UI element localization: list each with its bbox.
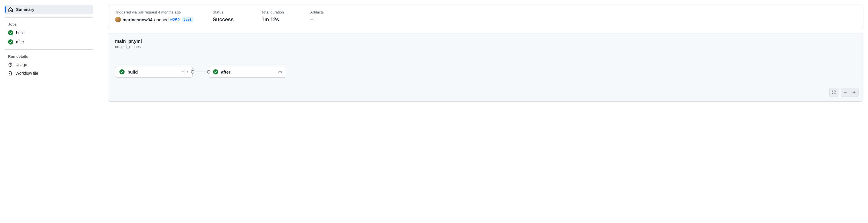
artifacts-label: Artifacts [310, 10, 348, 15]
job-duration: 2s [278, 70, 282, 74]
plus-icon [852, 90, 856, 94]
zoom-out-button[interactable] [841, 88, 849, 96]
branch-badge[interactable]: test [182, 17, 193, 22]
avatar[interactable] [115, 17, 121, 22]
divider [5, 17, 93, 18]
file-code-icon [8, 71, 12, 76]
sidebar-job-label: build [16, 30, 25, 35]
check-circle-icon [119, 69, 125, 75]
job-card-after[interactable]: after 2s [209, 66, 286, 78]
fullscreen-icon [832, 90, 836, 94]
connector [193, 72, 209, 72]
fit-to-screen-button[interactable] [830, 88, 838, 96]
sidebar-summary-item[interactable]: Summary [5, 5, 93, 15]
sidebar-workflow-file-item[interactable]: Workflow file [5, 69, 93, 78]
sidebar-job-build[interactable]: build [5, 28, 93, 37]
minus-icon [843, 90, 847, 94]
status-label: Status [213, 10, 250, 15]
job-card-build[interactable]: build 53s [115, 66, 193, 78]
sidebar-job-label: after [16, 40, 24, 44]
sidebar-workflow-file-label: Workflow file [16, 71, 38, 76]
stopwatch-icon [8, 62, 12, 67]
artifacts-value: – [310, 17, 348, 23]
sidebar-usage-item[interactable]: Usage [5, 60, 93, 69]
zoom-in-button[interactable] [849, 88, 858, 96]
job-name: build [127, 69, 179, 75]
zoom-controls [829, 88, 859, 97]
job-duration: 53s [182, 70, 188, 74]
main-content: Triggered via pull request 4 months ago … [98, 5, 868, 102]
check-circle-icon [8, 30, 13, 35]
duration-column: Total duration 1m 12s [261, 10, 299, 23]
sidebar-usage-label: Usage [16, 62, 27, 67]
job-name: after [221, 69, 275, 75]
sidebar-summary-label: Summary [16, 7, 34, 12]
status-column: Status Success [213, 10, 250, 23]
artifacts-column: Artifacts – [310, 10, 348, 23]
sidebar-job-after[interactable]: after [5, 37, 93, 47]
sidebar-jobs-heading: Jobs [5, 20, 93, 28]
check-circle-icon [8, 39, 13, 45]
home-icon [8, 7, 13, 12]
trigger-label: Triggered via pull request 4 months ago [115, 10, 201, 15]
sidebar-run-details-heading: Run details [5, 53, 93, 60]
trigger-column: Triggered via pull request 4 months ago … [115, 10, 201, 23]
duration-label: Total duration [261, 10, 299, 15]
actor-link[interactable]: marinesnow34 [123, 17, 152, 22]
workflow-graph-panel: main_pr.yml on: pull_request build 53s [108, 33, 863, 102]
status-value: Success [213, 17, 250, 23]
duration-value[interactable]: 1m 12s [261, 17, 299, 23]
workflow-file-name[interactable]: main_pr.yml [115, 39, 856, 44]
workflow-trigger-line: on: pull_request [115, 45, 856, 49]
action-word: opened [154, 17, 168, 22]
pr-link[interactable]: #252 [170, 17, 180, 22]
run-summary-panel: Triggered via pull request 4 months ago … [108, 5, 863, 28]
check-circle-icon [213, 69, 218, 75]
sidebar: Summary Jobs build after Run details [0, 5, 98, 102]
graph-row: build 53s after 2s [115, 66, 856, 78]
